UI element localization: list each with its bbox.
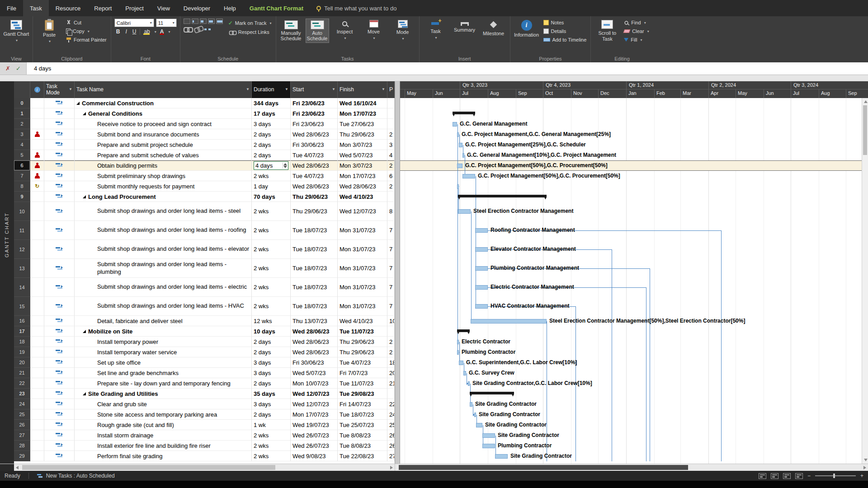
row-number[interactable]: 18	[14, 337, 30, 347]
finish-cell[interactable]: Mon 17/07/23	[338, 108, 387, 119]
table-row[interactable]: 24Clear and grub site3 daysWed 12/07/23F…	[14, 399, 395, 409]
predecessors-cell[interactable]: 7	[387, 221, 395, 240]
task-name-cell[interactable]: Submit bond and insurance documents	[75, 129, 252, 140]
table-row[interactable]: 1General Conditions17 daysFri 23/06/23Mo…	[14, 108, 395, 119]
respect-links-button[interactable]: Respect Links	[227, 29, 273, 35]
table-row[interactable]: 16Detail, fabricate and deliver steel12 …	[14, 316, 395, 326]
row-number[interactable]: 11	[14, 221, 30, 240]
row-number[interactable]: 0	[14, 98, 30, 108]
duration-cell[interactable]: 2 days	[252, 129, 291, 140]
inspect-button[interactable]: Inspect ▾	[332, 19, 358, 40]
task-mode-cell[interactable]	[44, 160, 75, 171]
task-name-cell[interactable]: Install temporary water service	[75, 347, 252, 357]
manually-schedule-button[interactable]: Manually Schedule	[279, 19, 303, 43]
predecessors-cell[interactable]: 3	[387, 140, 395, 150]
task-mode-cell[interactable]	[44, 326, 75, 337]
task-name-cell[interactable]: Site Grading and Utilities	[75, 389, 252, 399]
row-number[interactable]: 28	[14, 441, 30, 451]
predecessors-cell[interactable]: 6	[387, 171, 395, 181]
duration-cell[interactable]: 12 wks	[252, 316, 291, 326]
predecessors-cell[interactable]: 2	[387, 347, 395, 357]
table-row[interactable]: 2Receive notice to proceed and sign cont…	[14, 119, 395, 129]
task-mode-cell[interactable]	[44, 347, 75, 357]
task-name-cell[interactable]: Stone site access and temporary parking …	[75, 409, 252, 420]
details-button[interactable]: Details	[542, 28, 588, 34]
predecessors-cell[interactable]: 26	[387, 430, 395, 441]
finish-cell[interactable]: Mon 3/07/23	[338, 160, 387, 171]
start-cell[interactable]: Fri 30/06/23	[291, 357, 338, 368]
finish-cell[interactable]: Mon 31/07/23	[338, 221, 387, 240]
finish-cell[interactable]: Tue 11/07/23	[338, 326, 387, 337]
move-button[interactable]: Move ▾	[361, 19, 387, 40]
task-name-cell[interactable]: Submit shop drawings and order long lead…	[75, 221, 252, 240]
task-name-cell[interactable]: Submit shop drawings and order long lead…	[75, 259, 252, 278]
tab-gantt-chart-format[interactable]: Gantt Chart Format	[243, 0, 310, 16]
tab-project[interactable]: Project	[118, 0, 150, 16]
insert-milestone-button[interactable]: Milestone	[481, 19, 507, 37]
finish-cell[interactable]: Mon 31/07/23	[338, 259, 387, 278]
start-cell[interactable]: Fri 23/06/23	[291, 108, 338, 119]
auto-schedule-button[interactable]: Auto Schedule	[306, 19, 329, 43]
task-name-cell[interactable]: Commercial Construction	[75, 98, 252, 108]
underline-button[interactable]: U	[131, 28, 138, 35]
duration-cell[interactable]: 2 days	[252, 378, 291, 389]
cancel-entry-button[interactable]: ✗	[5, 65, 10, 72]
task-bar[interactable]	[453, 122, 457, 127]
task-name-cell[interactable]: Rough grade site (cut and fill)	[75, 420, 252, 430]
table-row[interactable]: 23Site Grading and Utilities35 daysWed 1…	[14, 389, 395, 399]
task-name-cell[interactable]: Submit shop drawings and order long lead…	[75, 297, 252, 316]
font-color-button[interactable]: A	[158, 28, 166, 35]
tab-developer[interactable]: Developer	[177, 0, 217, 16]
task-mode-cell[interactable]	[44, 171, 75, 181]
duration-cell[interactable]: 70 days	[252, 192, 291, 202]
table-row[interactable]: 27Install storm drainage2 wksWed 26/07/2…	[14, 430, 395, 441]
table-row[interactable]: 11Submit shop drawings and order long le…	[14, 221, 395, 240]
start-cell[interactable]: Tue 4/07/23	[291, 150, 338, 160]
start-cell[interactable]: Wed 12/07/23	[291, 389, 338, 399]
task-bar[interactable]	[457, 350, 459, 355]
duration-cell[interactable]: 35 days	[252, 389, 291, 399]
finish-cell[interactable]: Tue 4/07/23	[338, 357, 387, 368]
row-number[interactable]: 7	[14, 171, 30, 181]
task-mode-cell[interactable]	[44, 337, 75, 347]
table-row[interactable]: 14Submit shop drawings and order long le…	[14, 278, 395, 297]
row-number[interactable]: 26	[14, 420, 30, 430]
chart-scroll-thumb[interactable]	[399, 465, 688, 470]
task-bar[interactable]	[457, 132, 459, 137]
font-family-combo[interactable]: Calibri ▾	[114, 19, 154, 27]
duration-cell[interactable]: 3 days	[252, 357, 291, 368]
task-mode-cell[interactable]	[44, 119, 75, 129]
task-name-cell[interactable]: Long Lead Procurement	[75, 192, 252, 202]
predecessors-cell[interactable]: 2	[387, 181, 395, 192]
task-bar[interactable]	[471, 319, 547, 324]
start-cell[interactable]: Wed 28/06/23	[291, 129, 338, 140]
task-bar[interactable]	[482, 444, 495, 448]
table-row[interactable]: 22Prepare site - lay down yard and tempo…	[14, 378, 395, 389]
predecessors-cell[interactable]	[387, 389, 395, 399]
task-mode-cell[interactable]	[44, 181, 75, 192]
task-mode-cell[interactable]	[44, 420, 75, 430]
font-size-combo[interactable]: 11 ▾	[156, 19, 177, 27]
task-bar[interactable]	[462, 153, 464, 158]
find-button[interactable]: Find ▾	[623, 19, 650, 26]
predecessors-cell[interactable]: 27	[387, 451, 395, 461]
duration-cell[interactable]: 2 wks	[252, 297, 291, 316]
vertical-scroll-thumb[interactable]	[863, 105, 867, 155]
table-row[interactable]: 18Install temporary power2 daysWed 28/06…	[14, 337, 395, 347]
task-bar[interactable]	[475, 304, 488, 309]
predecessors-cell[interactable]	[387, 108, 395, 119]
zoom-out-button[interactable]: −	[807, 473, 811, 479]
task-name-cell[interactable]: Detail, fabricate and deliver steel	[75, 316, 252, 326]
finish-cell[interactable]: Fri 14/07/23	[338, 399, 387, 409]
unlink-tasks-icon[interactable]	[193, 26, 202, 32]
report-view-icon[interactable]	[759, 473, 766, 479]
row-number[interactable]: 22	[14, 378, 30, 389]
percent-complete-100-button[interactable]	[216, 19, 223, 24]
row-number[interactable]: 20	[14, 357, 30, 368]
percent-complete-50-button[interactable]	[200, 19, 207, 24]
tab-view[interactable]: View	[151, 0, 177, 16]
duration-cell[interactable]: 2 wks	[252, 202, 291, 221]
tab-task[interactable]: Task	[23, 0, 49, 16]
task-name-cell[interactable]: Prepare site - lay down yard and tempora…	[75, 378, 252, 389]
row-number[interactable]: 1	[14, 108, 30, 119]
